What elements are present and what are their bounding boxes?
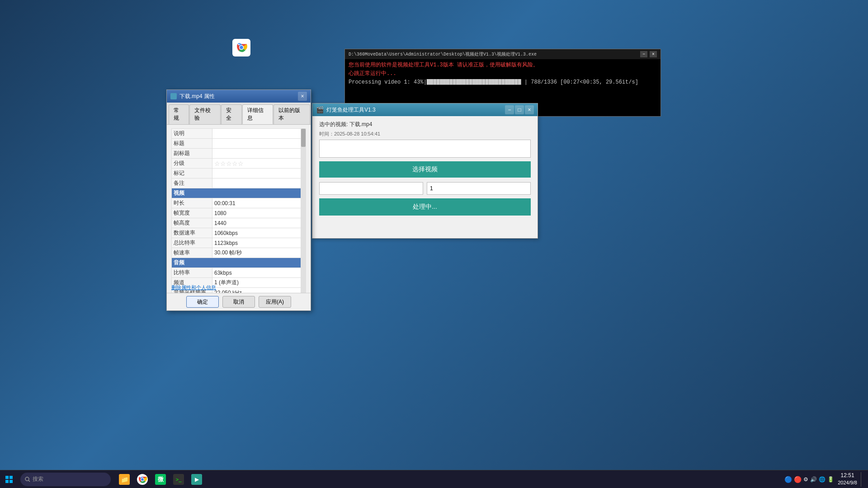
props-scrollbar[interactable]	[301, 128, 306, 293]
cmd-close-button[interactable]: ×	[650, 51, 657, 57]
svg-point-13	[141, 478, 144, 481]
tab-general[interactable]: 常规	[169, 104, 189, 124]
dialog-title-buttons: ×	[298, 92, 307, 101]
start-button[interactable]	[0, 470, 18, 488]
video-tool-close-button[interactable]: ×	[525, 105, 534, 114]
attr-value: 1123kbps	[212, 238, 306, 248]
attr-value[interactable]	[212, 169, 306, 178]
tray-icon-2: 🔴	[794, 476, 802, 483]
table-row-section-audio: 音频	[172, 258, 306, 268]
windows-logo-icon	[5, 476, 13, 483]
chrome-taskbar-icon	[137, 474, 148, 485]
attr-value[interactable]	[212, 129, 306, 139]
taskbar-app-chrome2[interactable]	[133, 470, 151, 488]
taskbar-app-video[interactable]: ▶	[188, 470, 206, 488]
attr-label: 帧宽度	[172, 208, 212, 218]
clock-time: 12:51	[838, 472, 857, 479]
cmd-content-area: 您当前使用的软件是视频处理工具V1.3版本 请认准正版，使用破解版有风险。 心跳…	[345, 59, 660, 89]
cmd-title-buttons: − ×	[640, 51, 657, 57]
taskbar-app-wechat[interactable]: 微	[151, 470, 170, 488]
taskbar-system-tray: 🔵 🔴 ⚙ 🔊 🌐 🔋 12:51 2024/9/8	[780, 472, 868, 486]
video-tool-title-text: 灯笼鱼处理工具V1.3	[326, 106, 376, 114]
dialog-footer: 删除属性和个人信息 确定 取消 应用(A)	[167, 282, 311, 310]
scrollbar-thumb[interactable]	[301, 129, 306, 147]
attr-label: 帧高度	[172, 218, 212, 228]
taskbar-search-box[interactable]: 搜索	[20, 473, 111, 486]
taskbar-app-terminal[interactable]: >_	[170, 470, 188, 488]
cmd-min-button[interactable]: −	[640, 51, 647, 57]
file-properties-dialog: 下载.mp4 属性 × 常规 文件校验 安全 详细信息 以前的版本 说明 标题	[166, 89, 311, 311]
video-tool-icon: 🎬	[316, 106, 324, 113]
tray-icon-3: ⚙	[803, 476, 808, 483]
process-button[interactable]: 处理中...	[319, 198, 531, 216]
attr-label: 备注	[172, 178, 212, 188]
attr-value-stars[interactable]: ☆☆☆☆☆	[212, 159, 306, 169]
table-row: 帧高度 1440	[172, 218, 306, 228]
tab-checksum[interactable]: 文件校验	[189, 104, 221, 124]
attr-label: 总比特率	[172, 238, 212, 248]
tray-icon-5: 🌐	[819, 476, 826, 483]
attr-value[interactable]	[212, 149, 306, 159]
table-row: 总比特率 1123kbps	[172, 238, 306, 248]
tab-previous[interactable]: 以前的版本	[274, 104, 310, 124]
video-datetime: 时间：2025-08-28 10:54:41	[319, 131, 531, 137]
terminal-taskbar-icon: >_	[173, 474, 184, 485]
dialog-ok-button[interactable]: 确定	[186, 296, 219, 308]
video-tool-min-button[interactable]: −	[505, 105, 514, 114]
search-icon	[25, 477, 30, 482]
table-row: 标记	[172, 169, 306, 178]
video-input-right[interactable]	[427, 182, 531, 195]
tab-security[interactable]: 安全	[221, 104, 241, 124]
attr-label: 标记	[172, 169, 212, 178]
attr-value[interactable]	[212, 139, 306, 149]
tray-icon-4: 🔊	[810, 476, 817, 483]
video-tool-title-left: 🎬 灯笼鱼处理工具V1.3	[316, 106, 376, 114]
cmd-progress-line: Processing video 1: 43%|████████████████…	[349, 78, 657, 87]
svg-rect-4	[5, 476, 9, 479]
chrome-icon	[232, 39, 250, 56]
video-tool-window: 🎬 灯笼鱼处理工具V1.3 − □ × 选中的视频: 下载.mp4 时间：202…	[312, 103, 538, 239]
table-row: 时长 00:00:31	[172, 198, 306, 208]
svg-rect-7	[9, 480, 13, 483]
show-desktop-button[interactable]	[861, 472, 863, 487]
cmd-title-text: D:\360MoveData\Users\Administrator\Deskt…	[349, 51, 537, 57]
attr-value: 00:00:31	[212, 198, 306, 208]
attr-label: 标题	[172, 139, 212, 149]
clock-date: 2024/9/8	[838, 479, 857, 486]
svg-rect-5	[9, 476, 13, 479]
attr-value: 1080	[212, 208, 306, 218]
explorer-taskbar-icon: 📁	[119, 474, 130, 485]
video-tool-content: 选中的视频: 下载.mp4 时间：2025-08-28 10:54:41 选择视…	[312, 116, 538, 220]
video-input-left[interactable]	[319, 182, 423, 195]
dialog-buttons: 确定 取消 应用(A)	[167, 293, 311, 310]
select-video-button[interactable]: 选择视频	[319, 161, 531, 178]
tab-details[interactable]: 详细信息	[242, 104, 274, 124]
table-row: 帧宽度 1080	[172, 208, 306, 218]
dialog-title-left: 下载.mp4 属性	[170, 93, 215, 100]
table-row: 副标题	[172, 149, 306, 159]
attr-label: 数据速率	[172, 228, 212, 238]
video-tool-titlebar: 🎬 灯笼鱼处理工具V1.3 − □ ×	[312, 103, 538, 116]
attr-value[interactable]	[212, 178, 306, 188]
system-tray-icons: 🔵 🔴 ⚙ 🔊 🌐 🔋	[784, 476, 834, 483]
taskbar-app-explorer[interactable]: 📁	[115, 470, 133, 488]
dialog-close-button[interactable]: ×	[298, 92, 307, 101]
video-selected-label: 选中的视频: 下载.mp4	[319, 121, 531, 128]
section-video: 视频	[172, 188, 306, 198]
video-inputs-row	[319, 182, 531, 195]
tray-icon-6: 🔋	[827, 476, 834, 483]
attr-label: 分级	[172, 159, 212, 169]
svg-rect-6	[5, 480, 9, 483]
delete-props-link[interactable]: 删除属性和个人信息	[167, 282, 311, 293]
section-audio: 音频	[172, 258, 306, 268]
dialog-apply-button[interactable]: 应用(A)	[259, 296, 291, 308]
video-tool-title-buttons: − □ ×	[505, 105, 534, 114]
table-row: 比特率 63kbps	[172, 268, 306, 278]
dialog-file-icon	[170, 93, 177, 99]
table-row: 帧速率 30.00 帧/秒	[172, 248, 306, 258]
table-row: 分级 ☆☆☆☆☆	[172, 159, 306, 169]
video-tool-max-button[interactable]: □	[515, 105, 524, 114]
dialog-cancel-button[interactable]: 取消	[222, 296, 255, 308]
svg-line-9	[28, 480, 30, 482]
taskbar-clock[interactable]: 12:51 2024/9/8	[838, 472, 857, 486]
